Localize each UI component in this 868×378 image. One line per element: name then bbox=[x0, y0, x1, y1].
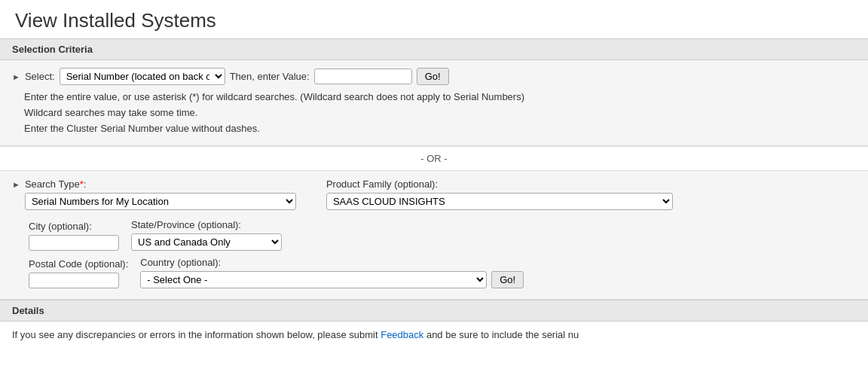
criteria-block: ► Select: Serial Number (located on back… bbox=[0, 60, 868, 146]
page-title: View Installed Systems bbox=[0, 0, 868, 38]
then-label: Then, enter Value: bbox=[230, 71, 310, 82]
city-state-row: City (optional): State/Province (optiona… bbox=[29, 219, 856, 251]
feedback-link[interactable]: Feedback bbox=[381, 329, 423, 340]
serial-number-select[interactable]: Serial Number (located on back of unit) bbox=[60, 68, 225, 85]
city-input[interactable] bbox=[29, 235, 119, 251]
details-text-before: If you see any discrepancies or errors i… bbox=[12, 329, 381, 340]
postal-country-row: Postal Code (optional): Country (optiona… bbox=[29, 257, 856, 288]
value-input[interactable] bbox=[314, 69, 412, 84]
hint3: Enter the Cluster Serial Number value wi… bbox=[24, 121, 856, 137]
arrow-icon-2: ► bbox=[12, 180, 20, 189]
search-type-select[interactable]: Serial Numbers for My Location bbox=[25, 193, 296, 210]
state-group: State/Province (optional): US and Canada… bbox=[131, 219, 282, 251]
postal-group: Postal Code (optional): bbox=[29, 258, 128, 288]
product-family-group: Product Family (optional): SAAS CLOUD IN… bbox=[326, 178, 673, 210]
product-family-select[interactable]: SAAS CLOUD INSIGHTS bbox=[326, 193, 673, 210]
hint1: Enter the entire value, or use asterisk … bbox=[24, 90, 856, 105]
arrow-icon: ► bbox=[12, 72, 20, 81]
go-button-bottom[interactable]: Go! bbox=[491, 271, 524, 288]
state-label: State/Province (optional): bbox=[131, 219, 282, 230]
search-type-group: Search Type*: Serial Numbers for My Loca… bbox=[25, 178, 296, 210]
selection-criteria-header: Selection Criteria bbox=[0, 38, 868, 60]
details-header: Details bbox=[0, 300, 868, 322]
postal-label: Postal Code (optional): bbox=[29, 258, 128, 270]
country-group: Country (optional): - Select One - Go! bbox=[140, 257, 524, 288]
select-label: Select: bbox=[25, 71, 55, 82]
details-text: If you see any discrepancies or errors i… bbox=[0, 322, 868, 348]
country-select[interactable]: - Select One - bbox=[140, 271, 487, 288]
hint2: Wildcard searches may take some time. bbox=[24, 105, 856, 121]
search-block: ► Search Type*: Serial Numbers for My Lo… bbox=[0, 171, 868, 300]
search-type-label: Search Type*: bbox=[25, 178, 296, 190]
go-button-top[interactable]: Go! bbox=[417, 68, 449, 85]
city-group: City (optional): bbox=[29, 221, 119, 251]
select-row: ► Select: Serial Number (located on back… bbox=[12, 68, 856, 85]
search-top-row: Search Type*: Serial Numbers for My Loca… bbox=[25, 178, 673, 210]
city-label: City (optional): bbox=[29, 221, 119, 232]
postal-input[interactable] bbox=[29, 273, 119, 288]
hint-block: Enter the entire value, or use asterisk … bbox=[24, 90, 856, 136]
state-select[interactable]: US and Canada Only bbox=[131, 233, 282, 251]
or-separator: - OR - bbox=[0, 146, 868, 171]
country-label: Country (optional): bbox=[140, 257, 524, 268]
product-family-label: Product Family (optional): bbox=[326, 178, 673, 190]
details-text-after: and be sure to include the serial nu bbox=[423, 329, 579, 340]
